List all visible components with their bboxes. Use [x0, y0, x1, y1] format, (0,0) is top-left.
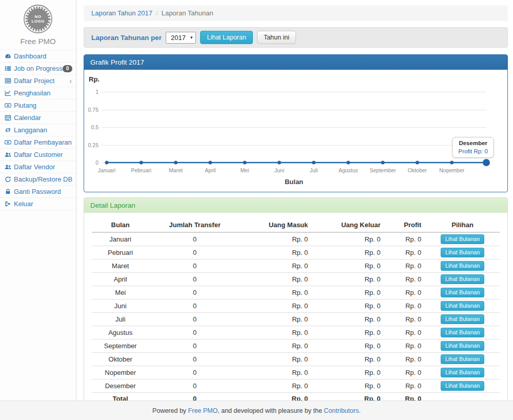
sidebar-item-calendar[interactable]: Calendar	[0, 111, 76, 124]
lihat-bulanan-button[interactable]: Lihat Bulanan	[441, 261, 484, 271]
breadcrumb-parent-link[interactable]: Laporan Tahun 2017	[91, 9, 152, 17]
chevron-left-icon: ‹	[69, 77, 72, 84]
calendar-icon	[5, 114, 11, 121]
cell-pilihan: Lihat Bulanan	[425, 259, 500, 273]
cell-uang-keluar: Rp. 0	[312, 259, 385, 273]
sidebar-item-piutang[interactable]: Piutang	[0, 99, 76, 111]
lihat-bulanan-button[interactable]: Lihat Bulanan	[441, 314, 484, 324]
view-report-button[interactable]: Lihat Laporan	[200, 31, 252, 44]
money-icon	[5, 102, 11, 109]
contributors-link[interactable]: Contributors.	[324, 407, 361, 414]
cell-uang-masuk: Rp. 0	[241, 353, 312, 366]
cell-uang-masuk: Rp. 0	[241, 259, 312, 273]
lihat-bulanan-button[interactable]: Lihat Bulanan	[441, 288, 484, 297]
table-row: Oktober0Rp. 0Rp. 0Rp. 0Lihat Bulanan	[92, 353, 500, 366]
cell-uang-masuk: Rp. 0	[241, 246, 312, 259]
cell-bulan: Januari	[92, 232, 149, 246]
cell-bulan: Nopember	[92, 366, 149, 379]
cell-jumlah-transfer: 0	[149, 366, 241, 379]
sidebar-item-daftar-customer[interactable]: Daftar Customer	[0, 148, 76, 161]
sidebar: NO LOGO Free PMO DashboardJob on Progres…	[0, 0, 76, 401]
profit-chart-panel: Grafik Profit 2017 Rp.00.250.50.751Janua…	[84, 54, 508, 192]
footer-middle: , and developed with pleasure by the	[218, 407, 324, 414]
sidebar-item-label: Backup/Restore DB	[14, 175, 72, 183]
detail-report-panel: Detail Laporan BulanJumlah TransferUang …	[84, 197, 508, 410]
sidebar-item-label: Job on Progress	[14, 65, 63, 72]
column-header-jumlah-transfer: Jumlah Transfer	[149, 218, 241, 232]
this-year-button[interactable]: Tahun ini	[257, 31, 296, 44]
cell-uang-keluar: Rp. 0	[312, 379, 385, 393]
lihat-bulanan-button[interactable]: Lihat Bulanan	[441, 381, 484, 391]
cell-uang-keluar: Rp. 0	[312, 339, 385, 353]
detail-panel-body: BulanJumlah TransferUang MasukUang Kelua…	[84, 213, 507, 409]
cell-jumlah-transfer: 0	[149, 232, 241, 246]
cell-uang-masuk: Rp. 0	[241, 299, 312, 313]
lihat-bulanan-button[interactable]: Lihat Bulanan	[441, 368, 484, 377]
dashboard-icon	[5, 53, 11, 59]
column-header-uang-keluar: Uang Keluar	[312, 218, 385, 232]
report-filter-bar: Laporan Tahunan per 2017 ▾ Lihat Laporan…	[84, 27, 508, 48]
lihat-bulanan-button[interactable]: Lihat Bulanan	[441, 341, 484, 351]
sidebar-item-langganan[interactable]: Langganan	[0, 124, 76, 136]
cell-pilihan: Lihat Bulanan	[425, 339, 500, 353]
cell-pilihan: Lihat Bulanan	[425, 273, 500, 286]
sidebar-item-daftar-pembayaran[interactable]: Daftar Pembayaran	[0, 136, 76, 148]
cell-jumlah-transfer: 0	[149, 246, 241, 259]
column-header-uang-masuk: Uang Masuk	[241, 218, 312, 232]
profit-chart: Rp.00.250.50.751JanuariPebruariMaretApri…	[84, 70, 507, 192]
year-select-value: 2017	[171, 34, 186, 42]
lihat-bulanan-button[interactable]: Lihat Bulanan	[441, 301, 484, 311]
main-content: Laporan Tahun 2017/Laporan Tahunan Lapor…	[76, 0, 513, 410]
free-pmo-link[interactable]: Free PMO	[188, 407, 218, 414]
sign-out-icon	[5, 201, 11, 207]
lihat-bulanan-button[interactable]: Lihat Bulanan	[441, 328, 484, 337]
cell-uang-keluar: Rp. 0	[312, 313, 385, 326]
sidebar-item-label: Penghasilan	[14, 89, 72, 97]
cell-profit: Rp. 0	[385, 299, 426, 313]
sidebar-item-label: Calendar	[14, 114, 72, 122]
lihat-bulanan-button[interactable]: Lihat Bulanan	[441, 274, 484, 284]
sidebar-item-backup-restore-db[interactable]: Backup/Restore DB	[0, 173, 76, 185]
sidebar-item-label: Daftar Vendor	[14, 163, 72, 171]
cell-profit: Rp. 0	[385, 232, 426, 246]
sidebar-item-label: Dashboard	[14, 52, 72, 60]
cell-uang-masuk: Rp. 0	[241, 326, 312, 339]
sidebar-item-label: Ganti Password	[14, 188, 72, 195]
sidebar-item-daftar-vendor[interactable]: Daftar Vendor	[0, 161, 76, 173]
cell-uang-masuk: Rp. 0	[241, 366, 312, 379]
lihat-bulanan-button[interactable]: Lihat Bulanan	[441, 234, 484, 244]
cell-uang-keluar: Rp. 0	[312, 326, 385, 339]
sidebar-menu: DashboardJob on Progress0Daftar Project‹…	[0, 50, 76, 210]
sidebar-item-label: Daftar Customer	[14, 151, 72, 158]
sidebar-item-job-on-progress[interactable]: Job on Progress0	[0, 62, 76, 74]
lihat-bulanan-button[interactable]: Lihat Bulanan	[441, 354, 484, 364]
cell-jumlah-transfer: 0	[149, 299, 241, 313]
cell-pilihan: Lihat Bulanan	[425, 313, 500, 326]
sidebar-item-keluar[interactable]: Keluar	[0, 197, 76, 210]
cell-uang-keluar: Rp. 0	[312, 232, 385, 246]
cell-pilihan: Lihat Bulanan	[425, 299, 500, 313]
cell-jumlah-transfer: 0	[149, 273, 241, 286]
cell-bulan: Juli	[92, 313, 149, 326]
year-select[interactable]: 2017 ▾	[166, 32, 196, 44]
table-body: Januari0Rp. 0Rp. 0Rp. 0Lihat BulananPebr…	[92, 232, 500, 405]
table-row: Juli0Rp. 0Rp. 0Rp. 0Lihat Bulanan	[92, 313, 500, 326]
caret-down-icon: ▾	[190, 35, 193, 40]
cell-uang-keluar: Rp. 0	[312, 353, 385, 366]
users-icon	[5, 151, 11, 158]
sidebar-item-dashboard[interactable]: Dashboard	[0, 50, 76, 62]
table-row: Juni0Rp. 0Rp. 0Rp. 0Lihat Bulanan	[92, 299, 500, 313]
sidebar-item-penghasilan[interactable]: Penghasilan	[0, 87, 76, 99]
cell-pilihan: Lihat Bulanan	[425, 286, 500, 299]
detail-panel-title: Detail Laporan	[84, 198, 507, 213]
x-axis-tick-label: Nopember	[429, 167, 475, 173]
sidebar-item-daftar-project[interactable]: Daftar Project‹	[0, 74, 76, 87]
profit-line-series	[84, 70, 507, 192]
table-row: Desember0Rp. 0Rp. 0Rp. 0Lihat Bulanan	[92, 379, 500, 393]
lock-icon	[5, 188, 11, 195]
sidebar-item-ganti-password[interactable]: Ganti Password	[0, 185, 76, 197]
cell-jumlah-transfer: 0	[149, 313, 241, 326]
cell-bulan: Oktober	[92, 353, 149, 366]
breadcrumb: Laporan Tahun 2017/Laporan Tahunan	[84, 5, 508, 21]
lihat-bulanan-button[interactable]: Lihat Bulanan	[441, 248, 484, 257]
